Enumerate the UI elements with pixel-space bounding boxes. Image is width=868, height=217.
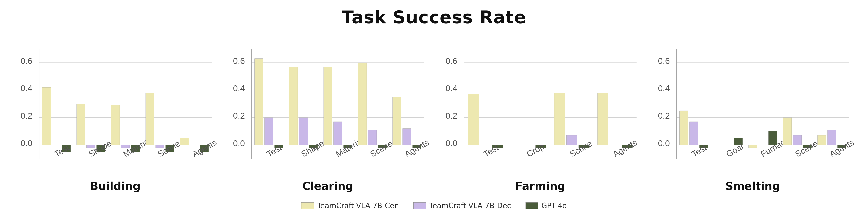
legend-label-0: TeamCraft-VLA-7B-Cen [317,202,399,210]
svg-rect-99 [783,118,792,145]
svg-text:0.4: 0.4 [233,84,245,93]
svg-rect-13 [76,104,85,145]
svg-rect-74 [566,135,578,145]
legend-label-2: GPT-4o [541,202,567,210]
svg-text:0.2: 0.2 [233,111,245,120]
svg-text:0.2: 0.2 [658,111,670,120]
svg-rect-68 [468,94,479,145]
svg-rect-55 [403,129,411,145]
svg-rect-10 [42,87,51,145]
svg-text:0.6: 0.6 [445,56,457,66]
svg-text:0.2: 0.2 [21,111,32,120]
svg-rect-38 [255,59,263,145]
svg-rect-47 [334,122,342,145]
legend-item-0: TeamCraft-VLA-7B-Cen [301,202,399,210]
svg-rect-46 [323,67,332,145]
svg-rect-50 [358,63,367,145]
svg-rect-17 [111,105,120,145]
chart-smelting: 0.60.40.20.0TestGoalFurnaceSceneAgentsSm… [652,35,854,192]
svg-rect-103 [817,135,826,145]
legend-item-2: GPT-4o [526,202,567,210]
svg-rect-91 [689,122,698,145]
svg-rect-73 [554,93,565,145]
chart-svg-1: 0.60.40.20.0TestShapeMaterialSceneAgents [227,35,429,171]
svg-rect-42 [289,67,298,145]
chart-svg-0: 0.60.40.20.0TestShapeMaterialSceneAgents [14,35,216,171]
svg-text:Shape: Shape [87,138,113,159]
svg-rect-51 [368,130,377,145]
svg-text:Agents: Agents [190,137,218,159]
svg-text:0.0: 0.0 [233,138,245,148]
svg-rect-43 [299,118,308,145]
svg-rect-39 [265,118,273,145]
svg-text:0.4: 0.4 [21,84,32,93]
chart-svg-3: 0.60.40.20.0TestGoalFurnaceSceneAgents [652,35,854,171]
svg-text:0.0: 0.0 [21,138,32,148]
svg-text:0.0: 0.0 [658,138,670,148]
legend: TeamCraft-VLA-7B-CenTeamCraft-VLA-7B-Dec… [292,198,576,213]
svg-text:0.4: 0.4 [658,84,670,93]
svg-rect-77 [597,93,608,145]
page: Task Success Rate 0.60.40.20.0TestShapeM… [0,0,868,217]
svg-rect-25 [180,138,189,145]
svg-rect-54 [393,97,401,145]
svg-text:Crop: Crop [525,142,546,159]
svg-text:0.6: 0.6 [233,56,245,66]
chart-svg-2: 0.60.40.20.0TestCropSceneAgents [439,35,641,171]
chart-title-0: Building [90,180,141,192]
svg-rect-90 [680,111,688,145]
chart-clearing: 0.60.40.20.0TestShapeMaterialSceneAgents… [227,35,429,192]
svg-text:0.6: 0.6 [658,56,670,66]
chart-title-1: Clearing [302,180,353,192]
svg-text:0.2: 0.2 [445,111,457,120]
svg-text:Scene: Scene [156,138,182,159]
svg-text:0.6: 0.6 [21,56,32,66]
chart-title-3: Smelting [725,180,780,192]
legend-swatch-2 [526,203,538,209]
svg-text:0.4: 0.4 [445,84,457,93]
main-title: Task Success Rate [342,7,526,28]
charts-row: 0.60.40.20.0TestShapeMaterialSceneAgents… [14,35,854,192]
chart-building: 0.60.40.20.0TestShapeMaterialSceneAgents… [14,35,216,192]
svg-rect-100 [793,135,802,145]
svg-rect-104 [828,130,836,145]
chart-farming: 0.60.40.20.0TestCropSceneAgentsFarming [439,35,641,192]
legend-label-1: TeamCraft-VLA-7B-Dec [429,202,511,210]
svg-rect-21 [146,93,154,145]
svg-rect-96 [748,145,757,148]
svg-text:Agents: Agents [611,137,639,159]
legend-swatch-0 [301,203,314,209]
legend-item-1: TeamCraft-VLA-7B-Dec [413,202,511,210]
svg-text:0.0: 0.0 [445,138,457,148]
chart-title-2: Farming [515,180,565,192]
legend-swatch-1 [413,203,426,209]
